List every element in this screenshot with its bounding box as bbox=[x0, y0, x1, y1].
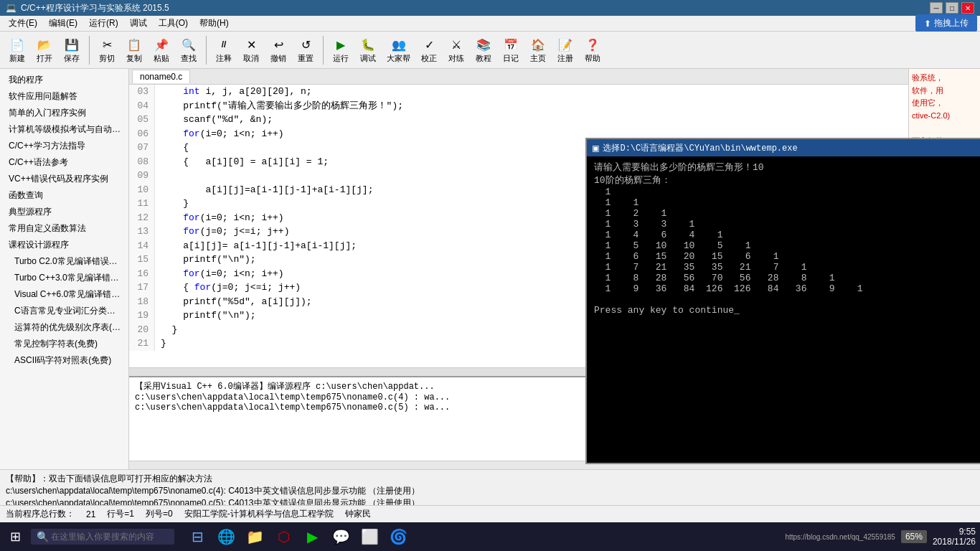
minimize-button[interactable]: ─ bbox=[930, 2, 943, 14]
sidebar-item-c-vocab[interactable]: C语言常见专业词汇分类中英文对照 bbox=[0, 303, 128, 319]
open-button[interactable]: 📂 打开 bbox=[32, 34, 57, 65]
taskbar-app-green-app[interactable]: ▶ bbox=[299, 525, 325, 548]
home-button[interactable]: 🏠 主页 bbox=[525, 34, 551, 65]
taskbar-app-red-app[interactable]: ⬡ bbox=[270, 525, 296, 548]
help-line-3[interactable]: c:\users\chen\appdata\local\temp\temp675… bbox=[6, 497, 974, 505]
menu-tools[interactable]: 工具(O) bbox=[153, 16, 194, 31]
console-window[interactable]: ▣ 选择D:\C语言编程器\CYuYan\bin\wwtemp.exe ─ □ … bbox=[585, 138, 980, 464]
taskbar-app-tablet[interactable]: ⬜ bbox=[357, 525, 382, 548]
practice-icon: ⚔ bbox=[448, 36, 465, 53]
right-panel-line-1: 验系统， bbox=[912, 72, 977, 85]
sidebar-item-learning-guide[interactable]: C/C++学习方法指导 bbox=[0, 138, 128, 154]
community-button[interactable]: 👥 大家帮 bbox=[382, 34, 415, 65]
taskbar-right: https://blog.csdn.net/qq_42559185 65% 9:… bbox=[785, 527, 976, 547]
tutorial-button[interactable]: 📚 教程 bbox=[471, 34, 496, 65]
new-button[interactable]: 📄 新建 bbox=[4, 34, 30, 65]
diary-icon: 📅 bbox=[502, 36, 519, 53]
right-panel-line-5 bbox=[912, 122, 977, 135]
status-bar: 当前程序总行数： 21 行号=1 列号=0 安阳工学院-计算机科学与信息工程学院… bbox=[0, 505, 980, 522]
console-title: 选择D:\C语言编程器\CYuYan\bin\wwtemp.exe bbox=[603, 142, 797, 154]
sidebar-item-ascii-table[interactable]: ASCII码字符对照表(免费) bbox=[0, 352, 128, 369]
cut-button[interactable]: ✂ 剪切 bbox=[94, 34, 120, 65]
community-icon: 👥 bbox=[390, 36, 407, 53]
sidebar-item-vc-errors[interactable]: VC++错误代码及程序实例 bbox=[0, 171, 128, 187]
right-panel-line-2: 软件，用 bbox=[912, 85, 977, 98]
undo-button[interactable]: ↩ 撤销 bbox=[265, 34, 291, 65]
upload-button[interactable]: ⬆ 拖拽上传 bbox=[915, 14, 977, 32]
date-display: 2018/11/26 bbox=[933, 537, 976, 547]
clock: 9:55 2018/11/26 bbox=[933, 527, 976, 547]
app-title: C/C++程序设计学习与实验系统 2015.5 bbox=[21, 2, 169, 14]
sidebar-item-intro-examples[interactable]: 简单的入门程序实例 bbox=[0, 105, 128, 121]
help-button[interactable]: ❓ 帮助 bbox=[580, 34, 606, 65]
debug-button[interactable]: 🐛 调试 bbox=[355, 34, 381, 65]
help-icon: ❓ bbox=[584, 36, 601, 53]
taskbar-app-edge[interactable]: 🌐 bbox=[213, 525, 239, 548]
register-button[interactable]: 📝 注册 bbox=[552, 34, 578, 65]
editor-tab-noname[interactable]: noname0.c bbox=[132, 70, 190, 83]
console-overlay: ▣ 选择D:\C语言编程器\CYuYan\bin\wwtemp.exe ─ □ … bbox=[293, 69, 910, 395]
menu-help[interactable]: 帮助(H) bbox=[194, 16, 235, 31]
sidebar-item-my-programs[interactable]: 我的程序 bbox=[0, 72, 128, 88]
sidebar-item-exam[interactable]: 计算机等级模拟考试与自动评分及试题解析 bbox=[0, 121, 128, 138]
sidebar-item-vc6-errors[interactable]: Visual C++6.0常见编译错误信息表 bbox=[0, 286, 128, 303]
taskbar-app-explorer[interactable]: 📁 bbox=[242, 525, 268, 548]
taskbar-app-chat[interactable]: 💬 bbox=[328, 525, 354, 548]
sidebar-item-course-design[interactable]: 课程设计源程序 bbox=[0, 237, 128, 253]
redo-icon: ↺ bbox=[297, 36, 314, 53]
menu-debug[interactable]: 调试 bbox=[124, 16, 153, 31]
copy-button[interactable]: 📋 复制 bbox=[121, 34, 147, 65]
diary-button[interactable]: 📅 日记 bbox=[498, 34, 524, 65]
correct-button[interactable]: ✓ 校正 bbox=[416, 34, 442, 65]
home-icon: 🏠 bbox=[529, 36, 547, 53]
toolbar: 📄 新建 📂 打开 💾 保存 ✂ 剪切 📋 复制 📌 粘贴 🔍 查找 bbox=[0, 32, 980, 69]
taskbar-app-network[interactable]: 🌀 bbox=[385, 525, 411, 548]
tutorial-icon: 📚 bbox=[475, 36, 492, 53]
time-display: 9:55 bbox=[933, 527, 976, 537]
comment-button[interactable]: // 注释 bbox=[211, 34, 237, 65]
help-line-1: 【帮助】：双击下面错误信息即可打开相应的解决方法 bbox=[6, 473, 974, 485]
sidebar-item-custom-funcs[interactable]: 常用自定义函数算法 bbox=[0, 220, 128, 237]
title-bar: 💻 C/C++程序设计学习与实验系统 2015.5 ─ □ ✕ bbox=[0, 0, 980, 16]
cancel-button[interactable]: ✕ 取消 bbox=[238, 34, 264, 65]
battery-indicator: 65% bbox=[901, 530, 927, 543]
register-icon: 📝 bbox=[557, 36, 574, 53]
practice-button[interactable]: ⚔ 对练 bbox=[443, 34, 469, 65]
start-button[interactable]: ⊞ bbox=[4, 526, 27, 547]
run-button[interactable]: ▶ 运行 bbox=[328, 34, 354, 65]
sidebar-item-operator-precedence[interactable]: 运算符的优先级别次序表(免费) bbox=[0, 319, 128, 336]
sidebar-item-turbo-c2[interactable]: Turbo C2.0常见编译错误信息表 bbox=[0, 253, 128, 270]
console-title-bar: ▣ 选择D:\C语言编程器\CYuYan\bin\wwtemp.exe ─ □ … bbox=[587, 139, 980, 156]
sidebar-item-syntax-ref[interactable]: C/C++语法参考 bbox=[0, 154, 128, 171]
sidebar-item-func-query[interactable]: 函数查询 bbox=[0, 187, 128, 204]
sidebar-item-software-help[interactable]: 软件应用问题解答 bbox=[0, 88, 128, 105]
sidebar-item-turbo-cpp3[interactable]: Turbo C++3.0常见编译错误信息表 bbox=[0, 270, 128, 286]
help-line-2[interactable]: c:\users\chen\appdata\local\temp\temp675… bbox=[6, 485, 974, 497]
console-body: 请输入需要输出多少阶的杨辉三角形！10 10阶的杨辉三角： 1 1 1 1 2 … bbox=[587, 156, 980, 463]
right-panel-line-3: 使用它， bbox=[912, 97, 977, 110]
search-icon: 🔍 bbox=[37, 531, 49, 542]
save-button[interactable]: 💾 保存 bbox=[59, 34, 85, 65]
menu-file[interactable]: 文件(E) bbox=[3, 16, 43, 31]
taskbar-search-input[interactable] bbox=[31, 529, 174, 545]
menu-edit[interactable]: 编辑(E) bbox=[43, 16, 83, 31]
find-button[interactable]: 🔍 查找 bbox=[176, 34, 202, 65]
menu-run[interactable]: 运行(R) bbox=[83, 16, 124, 31]
paste-button[interactable]: 📌 粘贴 bbox=[149, 34, 174, 65]
sidebar-item-typical-programs[interactable]: 典型源程序 bbox=[0, 204, 128, 220]
redo-button[interactable]: ↺ 重置 bbox=[293, 34, 319, 65]
correct-icon: ✓ bbox=[420, 36, 438, 53]
close-button[interactable]: ✕ bbox=[961, 2, 974, 14]
maximize-button[interactable]: □ bbox=[946, 2, 958, 14]
console-icon: ▣ bbox=[593, 142, 598, 154]
taskbar-app-taskview[interactable]: ⊟ bbox=[184, 525, 210, 548]
sidebar: 我的程序 软件应用问题解答 简单的入门程序实例 计算机等级模拟考试与自动评分及试… bbox=[0, 69, 129, 469]
comment-icon: // bbox=[215, 36, 232, 53]
toolbar-sep-2 bbox=[206, 36, 207, 65]
run-icon: ▶ bbox=[332, 36, 349, 53]
sidebar-item-control-chars[interactable]: 常见控制字符表(免费) bbox=[0, 336, 128, 352]
toolbar-sep-3 bbox=[323, 36, 324, 65]
window-controls: ─ □ ✕ bbox=[930, 2, 974, 14]
col-label: 列号=0 bbox=[146, 508, 173, 520]
console-output[interactable]: 请输入需要输出多少阶的杨辉三角形！10 10阶的杨辉三角： 1 1 1 1 2 … bbox=[587, 156, 980, 463]
